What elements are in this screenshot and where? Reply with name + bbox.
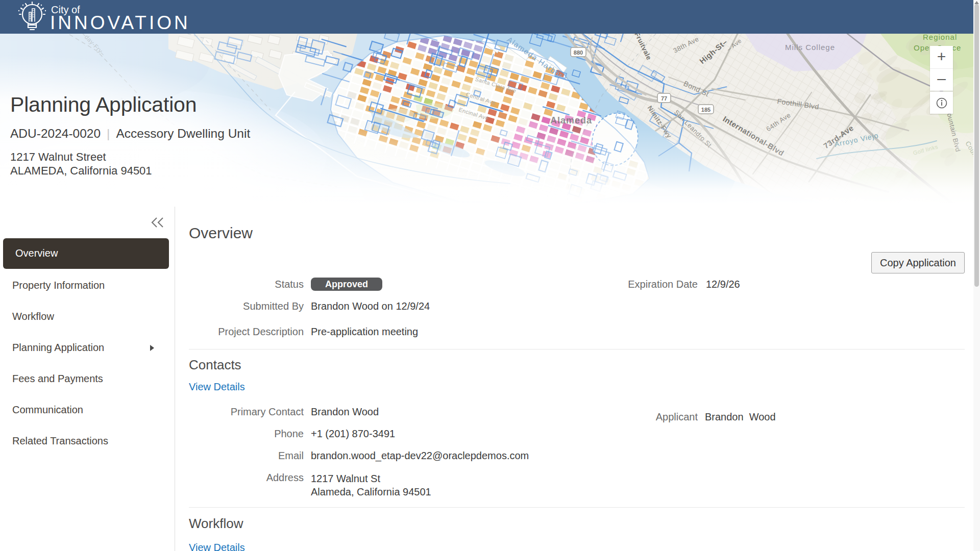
svg-text:Mills College: Mills College: [785, 43, 835, 52]
svg-text:185: 185: [701, 107, 710, 113]
svg-text:880: 880: [574, 49, 583, 56]
svg-text:Regional: Regional: [923, 34, 957, 41]
svg-text:77: 77: [661, 95, 667, 102]
